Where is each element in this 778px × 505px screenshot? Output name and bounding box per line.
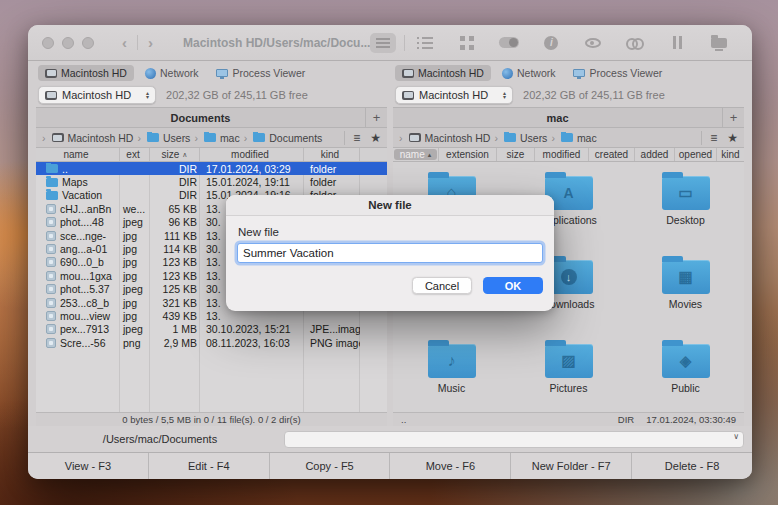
command-input[interactable] bbox=[284, 431, 744, 448]
toolbar-icon[interactable] bbox=[370, 33, 396, 53]
breadcrumb-item[interactable]: ›Users bbox=[494, 132, 547, 144]
back-icon[interactable]: ‹ bbox=[112, 34, 137, 51]
file-icon bbox=[46, 338, 56, 348]
function-button[interactable]: Edit - F4 bbox=[149, 453, 270, 479]
close-button[interactable] bbox=[42, 37, 54, 49]
toolbar-icon[interactable] bbox=[622, 33, 648, 53]
connection-tab[interactable]: Macintosh HD bbox=[38, 65, 134, 81]
breadcrumb-separator-icon: › bbox=[137, 132, 141, 144]
breadcrumb-separator-icon: › bbox=[244, 132, 248, 144]
grid-item[interactable]: Music bbox=[393, 334, 510, 412]
function-button[interactable]: New Folder - F7 bbox=[511, 453, 632, 479]
zoom-button[interactable] bbox=[82, 37, 94, 49]
window-title: Macintosh HD/Users/mac/Docu... bbox=[183, 36, 370, 50]
drive-selector[interactable]: Macintosh HD ▴▾ bbox=[395, 86, 513, 104]
breadcrumb-icon bbox=[147, 133, 159, 142]
file-icon bbox=[46, 191, 58, 200]
function-button[interactable]: Move - F6 bbox=[390, 453, 511, 479]
favorites-icon[interactable]: ★ bbox=[727, 131, 738, 145]
column-header-cell[interactable]: size∧ bbox=[150, 148, 200, 161]
toolbar-icon-glyph bbox=[585, 38, 601, 48]
table-row[interactable]: pex...7913 jpeg 1 MB 30.10.2023, 15:21 J… bbox=[36, 323, 387, 336]
left-drive-row: Macintosh HD ▴▾ 202,32 GB of 245,11 GB f… bbox=[36, 83, 387, 107]
toolbar-icon[interactable] bbox=[538, 33, 564, 53]
breadcrumb-item[interactable]: ›mac bbox=[551, 132, 596, 144]
grid-item[interactable]: Pictures bbox=[510, 334, 627, 412]
add-tab-button[interactable]: + bbox=[365, 108, 387, 127]
breadcrumb-item[interactable]: ›Macintosh HD bbox=[399, 132, 490, 144]
breadcrumb-item[interactable]: ›Users bbox=[137, 132, 190, 144]
connection-tab[interactable]: Process Viewer bbox=[209, 65, 312, 81]
history-dropdown-icon[interactable]: ∨ bbox=[733, 432, 739, 441]
column-header-cell[interactable]: name bbox=[36, 148, 120, 161]
column-header-cell[interactable] bbox=[360, 148, 387, 161]
connection-tab[interactable]: Network bbox=[138, 65, 206, 81]
tab-icon bbox=[45, 69, 57, 78]
table-row[interactable]: Maps DIR 15.01.2024, 19:11 folder bbox=[36, 175, 387, 188]
function-button[interactable]: Copy - F5 bbox=[270, 453, 391, 479]
file-icon bbox=[46, 217, 56, 227]
column-header-cell[interactable]: ext bbox=[120, 148, 150, 161]
right-column-header: name▴ extension size modified created ad… bbox=[393, 147, 744, 162]
add-tab-button[interactable]: + bbox=[722, 108, 744, 127]
folder-icon bbox=[662, 260, 710, 294]
toolbar-icon[interactable] bbox=[706, 33, 732, 53]
current-path-label: /Users/mac/Documents bbox=[36, 433, 284, 445]
column-header-cell[interactable]: extension bbox=[439, 148, 497, 161]
breadcrumb-item[interactable]: ›Documents bbox=[244, 132, 323, 144]
function-bar: View - F3 Edit - F4 Copy - F5 Move - F6 … bbox=[28, 452, 752, 479]
column-header-cell[interactable]: created bbox=[589, 148, 635, 161]
table-row[interactable]: Scre...-56 png 2,9 MB 08.11.2023, 16:03 … bbox=[36, 336, 387, 349]
breadcrumb-icon bbox=[504, 133, 516, 142]
ok-button[interactable]: OK bbox=[483, 277, 543, 294]
column-header-cell[interactable]: kind bbox=[717, 148, 744, 161]
item-label: Pictures bbox=[550, 382, 588, 394]
menu-icon[interactable]: ≡ bbox=[710, 131, 717, 145]
column-header-cell[interactable]: modified bbox=[535, 148, 589, 161]
toolbar-icon[interactable] bbox=[748, 33, 752, 53]
function-button[interactable]: View - F3 bbox=[28, 453, 149, 479]
toolbar-icon[interactable] bbox=[580, 33, 606, 53]
breadcrumb-item[interactable]: ›mac bbox=[194, 132, 239, 144]
right-connection-tabs: Macintosh HD Network Process Viewer bbox=[393, 61, 744, 83]
column-header-cell[interactable]: added bbox=[635, 148, 675, 161]
connection-tab[interactable]: Network bbox=[495, 65, 563, 81]
grid-item[interactable]: Public bbox=[627, 334, 744, 412]
grid-item[interactable]: Desktop bbox=[627, 166, 744, 250]
column-header-cell[interactable]: kind bbox=[304, 148, 360, 161]
favorites-icon[interactable]: ★ bbox=[370, 131, 381, 145]
new-file-name-input[interactable] bbox=[237, 243, 543, 263]
cancel-button[interactable]: Cancel bbox=[412, 277, 472, 294]
selected-item-date: 17.01.2024, 03:30:49 bbox=[646, 414, 736, 425]
toolbar-icon[interactable] bbox=[496, 33, 522, 53]
active-tab-title[interactable]: Documents bbox=[36, 112, 365, 124]
breadcrumb-separator-icon: › bbox=[494, 132, 498, 144]
toolbar-icon-glyph bbox=[673, 36, 682, 49]
menu-icon[interactable]: ≡ bbox=[353, 131, 360, 145]
grid-item[interactable]: Movies bbox=[627, 250, 744, 334]
column-header-cell[interactable]: modified bbox=[200, 148, 304, 161]
drive-selector[interactable]: Macintosh HD ▴▾ bbox=[38, 86, 156, 104]
table-row[interactable]: mou...view jpg 439 KB 13. bbox=[36, 309, 387, 322]
breadcrumb-item[interactable]: ›Macintosh HD bbox=[42, 132, 133, 144]
function-button[interactable]: Delete - F8 bbox=[632, 453, 752, 479]
titlebar: ‹ › Macintosh HD/Users/mac/Docu... bbox=[28, 25, 752, 61]
tab-icon bbox=[573, 69, 585, 77]
history-nav: ‹ › bbox=[112, 34, 163, 51]
active-tab-title[interactable]: mac bbox=[393, 112, 722, 124]
file-icon bbox=[46, 244, 56, 254]
forward-icon[interactable]: › bbox=[138, 34, 163, 51]
toolbar-icon[interactable] bbox=[454, 33, 480, 53]
column-header-cell[interactable]: opened bbox=[675, 148, 717, 161]
minimize-button[interactable] bbox=[62, 37, 74, 49]
toolbar-icon[interactable] bbox=[412, 33, 438, 53]
table-row[interactable]: .. DIR 17.01.2024, 03:29 folder bbox=[36, 162, 387, 175]
folder-icon bbox=[545, 344, 593, 378]
chevron-up-down-icon: ▴▾ bbox=[146, 91, 149, 100]
column-header-cell[interactable]: name▴ bbox=[393, 148, 439, 161]
column-header-cell[interactable]: size bbox=[497, 148, 535, 161]
connection-tab[interactable]: Process Viewer bbox=[566, 65, 669, 81]
right-tab-strip: mac + bbox=[393, 107, 744, 128]
toolbar-icon[interactable] bbox=[664, 33, 690, 53]
connection-tab[interactable]: Macintosh HD bbox=[395, 65, 491, 81]
